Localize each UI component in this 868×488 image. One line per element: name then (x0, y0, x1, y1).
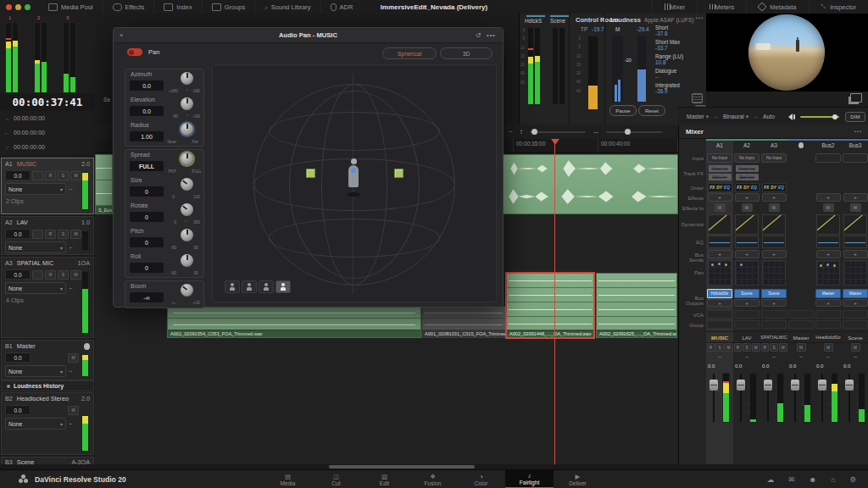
channel-fader-lav[interactable]: 5 10 15 20 40 (733, 372, 760, 424)
media-pool-button[interactable]: Media Pool (39, 0, 103, 14)
effects-in-toggle[interactable]: M (742, 203, 753, 212)
tab-color[interactable]: ◑Color (457, 470, 505, 488)
track-assign-dropdown[interactable]: None▾ (5, 241, 66, 253)
input-icon-button[interactable] (32, 171, 43, 180)
automation-curve-icon[interactable]: ~ (69, 186, 73, 193)
strip-a2[interactable]: A2 (733, 142, 760, 148)
view-top-button[interactable] (259, 280, 274, 293)
spread-value[interactable]: FULL (130, 161, 164, 171)
strip-a1[interactable]: A1 (706, 142, 733, 148)
timeline-zoom-slider[interactable] (606, 131, 662, 133)
waveform-view-icon[interactable]: ~ (509, 128, 513, 136)
add-bus-send-button[interactable]: + (843, 250, 868, 258)
eq-graph[interactable] (843, 236, 867, 248)
input-selector[interactable]: No Input (761, 153, 787, 163)
pan-grid[interactable] (762, 260, 786, 286)
track-header-b3[interactable]: B3SceneA-3OA (1, 457, 94, 464)
strip-bus2[interactable]: Bus2 (815, 142, 842, 148)
mute-button[interactable]: M (779, 343, 787, 352)
channel-name[interactable]: HeadlckdStr (815, 335, 840, 340)
mute-button[interactable]: M (725, 343, 733, 352)
size-knob[interactable] (181, 178, 193, 191)
dynamics-graph[interactable] (762, 214, 786, 235)
add-bus-output-button[interactable]: + (761, 299, 787, 307)
window-minimize-button[interactable] (15, 4, 21, 10)
window-close-button[interactable] (6, 4, 12, 10)
mode-3d-button[interactable]: 3D (440, 47, 492, 59)
eq-graph[interactable] (762, 236, 786, 248)
vca-slot[interactable] (788, 310, 814, 319)
azimuth-knob[interactable] (181, 72, 193, 85)
input-selector[interactable]: No Input (734, 153, 760, 163)
record-arm-button[interactable]: R (45, 230, 56, 239)
track-header-a2[interactable]: A2LAV1.0 0.0 R S M None▾ ~ No Clip (1, 216, 94, 255)
track-header-b1[interactable]: B1Master 0.0 M None▾ ~ (1, 340, 94, 380)
fx-order-chip[interactable]: FXDYEQ (762, 183, 787, 192)
group-slot[interactable] (707, 320, 732, 329)
add-bus-output-button[interactable]: + (707, 299, 732, 307)
groups-button[interactable]: Groups (203, 0, 256, 14)
mixer-toggle-button[interactable]: Mixer (652, 0, 697, 14)
record-arm-button[interactable]: R (45, 270, 56, 280)
record-arm-button[interactable]: R (45, 171, 56, 180)
meters-toggle-button[interactable]: Meters (697, 0, 746, 14)
dialog-header[interactable]: × Audio Pan - MUSIC ↺ ••• (114, 28, 503, 43)
track-volume-field[interactable]: 0.0 (5, 269, 31, 280)
add-bus-send-button[interactable]: + (708, 250, 732, 258)
vca-slot[interactable] (707, 310, 732, 319)
channel-fader-music[interactable]: 5 10 15 20 40 (706, 372, 733, 424)
add-bus-send-button[interactable]: + (816, 250, 841, 258)
fader-value[interactable]: 0.0 (842, 363, 868, 369)
automation-curve-icon[interactable]: ~ (69, 420, 73, 428)
automation-curve-icon[interactable]: ~ (69, 368, 73, 375)
dynamics-graph[interactable] (708, 214, 732, 235)
view-side-button[interactable] (242, 280, 257, 293)
metadata-toggle-button[interactable]: Metadata (746, 0, 808, 14)
mute-button[interactable]: M (824, 343, 833, 352)
fader-value[interactable]: 0.0 (760, 363, 787, 369)
index-button[interactable]: Index (154, 0, 202, 14)
add-bus-output-button[interactable]: + (843, 299, 868, 307)
fx-order-chip[interactable]: FXDYEQ (708, 183, 732, 192)
automation-curve-icon[interactable]: ~ (772, 353, 776, 361)
input-selector[interactable]: No Input (707, 153, 732, 163)
monitor-source-dropdown[interactable]: Master ▾ (687, 114, 709, 120)
mode-spherical-button[interactable]: Spherical (382, 47, 437, 59)
fader-value[interactable]: 0.0 (706, 363, 733, 369)
input-icon-button[interactable] (32, 270, 43, 280)
bus-output-chip[interactable]: Scene (734, 289, 760, 298)
effects-in-toggle[interactable]: M (715, 203, 726, 212)
track-height-slider[interactable] (530, 131, 586, 133)
adr-button[interactable]: ADR (321, 0, 363, 14)
channel-name[interactable]: SPATIALMIC (760, 335, 787, 340)
elevation-value[interactable]: 0.0 (130, 106, 164, 116)
pan-enable-toggle[interactable] (127, 48, 142, 56)
channel-fader-headlckdstr[interactable]: 5 10 15 20 40 (815, 372, 842, 424)
tab-fusion[interactable]: ❖Fusion (409, 470, 457, 488)
fader-value[interactable]: 0.0 (815, 363, 842, 369)
speaker-handle-left[interactable] (306, 169, 315, 178)
collaboration-users-icon[interactable]: ☻ (809, 475, 816, 484)
track-volume-field[interactable]: 0.0 (5, 405, 31, 415)
tab-edit[interactable]: ▥Edit (360, 470, 409, 488)
track-assign-dropdown[interactable]: None▾ (5, 282, 66, 294)
fader-value[interactable]: 0.0 (733, 363, 760, 369)
bus-output-chip[interactable]: Scene (761, 289, 787, 298)
bus-output-chip[interactable]: HdlckdStr (707, 289, 732, 298)
track-volume-field[interactable]: 0.0 (5, 229, 31, 239)
add-bus-output-button[interactable]: + (734, 299, 760, 307)
dynamics-graph[interactable] (843, 214, 867, 235)
effects-in-toggle[interactable]: M (850, 203, 861, 212)
dynamics-graph[interactable] (735, 214, 759, 235)
rotate-knob[interactable] (181, 203, 193, 216)
bus-output-chip[interactable]: Master (815, 289, 841, 298)
audio-clip-foa[interactable]: A002_02091625_..._OA_Trimmed.wav (596, 273, 677, 338)
record-arm-button[interactable]: R (734, 343, 743, 352)
track-assign-dropdown[interactable]: None▾ (5, 183, 66, 195)
add-bus-send-button[interactable]: + (735, 250, 760, 258)
mute-button[interactable]: M (70, 171, 81, 180)
view-front-button[interactable] (225, 280, 240, 293)
audio-clip-foa[interactable]: A002_02091554_C053_FOA_Trimmed.wav (167, 306, 421, 338)
pan-grid[interactable] (708, 260, 732, 286)
track-header-a3[interactable]: A3SPATIAL MIC1OA 0.0 R S M None▾ ~ 4 Cli… (1, 257, 94, 338)
